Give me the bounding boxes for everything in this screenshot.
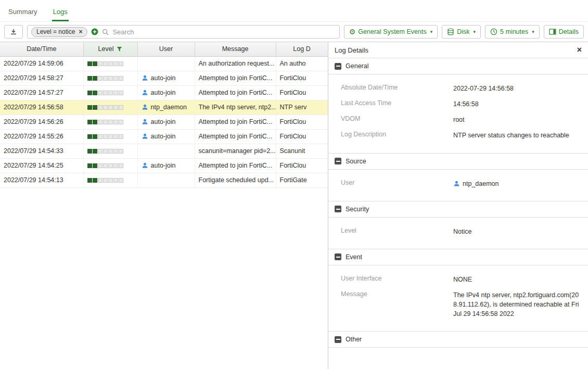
toolbar: Level = notice × ⚙ General System Events… [0, 22, 588, 42]
cell-datetime: 2022/07/29 14:58:27 [0, 71, 83, 85]
section-header[interactable]: Security [328, 201, 588, 218]
cell-datetime: 2022/07/29 14:54:25 [0, 158, 83, 173]
cell-level [83, 85, 137, 100]
collapse-icon[interactable] [335, 253, 341, 260]
table-row[interactable]: 2022/07/29 14:56:26 auto-join Attempted … [0, 114, 328, 129]
table-row[interactable]: 2022/07/29 14:54:33 scanunit=manager pid… [0, 144, 328, 158]
detail-field: User Interface NONE [328, 272, 588, 287]
details-section: Event User Interface NONE Message The IP… [328, 249, 588, 332]
table-row[interactable]: 2022/07/29 14:56:58 ntp_daemon The IPv4 … [0, 100, 328, 114]
cell-log-description: FortiClou [276, 85, 328, 100]
details-toggle-button[interactable]: Details [544, 25, 584, 39]
disk-icon [447, 28, 454, 35]
collapse-icon[interactable] [335, 336, 341, 343]
user-icon [142, 74, 148, 81]
table-row[interactable]: 2022/07/29 14:54:13 Fortigate scheduled … [0, 173, 328, 187]
filter-chip[interactable]: Level = notice × [31, 27, 87, 37]
level-indicator [87, 61, 123, 66]
cell-user [137, 144, 195, 158]
cell-user: auto-join [137, 114, 195, 129]
table-row[interactable]: 2022/07/29 14:57:27 auto-join Attempted … [0, 85, 328, 100]
table-row[interactable]: 2022/07/29 14:54:25 auto-join Attempted … [0, 158, 328, 173]
chevron-down-icon: ▾ [430, 29, 433, 34]
user-icon [142, 118, 148, 125]
cell-datetime: 2022/07/29 14:54:33 [0, 144, 83, 158]
cell-user [137, 56, 195, 71]
search-icon [102, 29, 109, 35]
cell-log-description: FortiGate [276, 173, 328, 187]
level-indicator [87, 76, 123, 81]
section-title: Event [346, 253, 362, 261]
search-box[interactable]: Level = notice × [27, 25, 340, 39]
section-fields: User ntp_daemon [328, 170, 588, 201]
events-dropdown-label: General System Events [358, 28, 426, 35]
field-value: Notice [453, 227, 580, 236]
section-header[interactable]: Event [328, 249, 588, 265]
close-icon[interactable]: × [577, 46, 582, 54]
tab-logs[interactable]: Logs [52, 2, 69, 21]
chevron-down-icon: ▾ [532, 29, 534, 34]
cell-message: An authorization request... [195, 56, 276, 71]
tab-bar: Summary Logs [0, 0, 588, 22]
level-column-label: Level [98, 45, 114, 53]
user-name: auto-join [151, 89, 176, 96]
table-row[interactable]: 2022/07/29 14:55:26 auto-join Attempted … [0, 129, 328, 144]
gear-icon: ⚙ [349, 28, 356, 35]
time-range-label: 5 minutes [500, 28, 528, 35]
field-value: 14:56:58 [453, 99, 580, 109]
cell-level [83, 144, 137, 158]
field-label: User Interface [341, 275, 453, 284]
time-range-dropdown[interactable]: 5 minutes ▾ [485, 25, 540, 39]
disk-dropdown[interactable]: Disk ▾ [442, 25, 481, 39]
cell-log-description: Scanunit [276, 144, 328, 158]
field-label: Log Description [341, 131, 453, 140]
filter-chip-remove-icon[interactable]: × [79, 29, 82, 35]
cell-level [83, 173, 137, 187]
section-header[interactable]: Source [328, 153, 588, 170]
section-header[interactable]: General [328, 58, 588, 74]
level-indicator [87, 149, 123, 154]
search-input[interactable] [112, 28, 335, 36]
cell-log-description: NTP serv [276, 100, 328, 114]
events-dropdown[interactable]: ⚙ General System Events ▾ [344, 25, 438, 39]
column-header-user[interactable]: User [137, 42, 195, 56]
cell-level [83, 56, 137, 71]
tab-summary[interactable]: Summary [7, 2, 39, 21]
user-name: auto-join [151, 162, 176, 169]
log-table-body: 2022/07/29 14:59:06 An authorization req… [0, 56, 328, 187]
section-title: General [346, 62, 368, 70]
column-header-logdesc[interactable]: Log D [276, 42, 328, 56]
cell-log-description: An autho [276, 56, 328, 71]
detail-field: VDOM root [328, 112, 588, 128]
column-header-datetime[interactable]: Date/Time [0, 42, 83, 56]
section-fields: Level Notice [328, 218, 588, 249]
table-row[interactable]: 2022/07/29 14:59:06 An authorization req… [0, 56, 328, 71]
user-icon [142, 89, 148, 96]
section-header[interactable]: Other [328, 331, 588, 348]
level-indicator [87, 178, 123, 183]
cell-message: Attempted to join FortiC... [195, 85, 276, 100]
user-icon [142, 104, 148, 110]
detail-field: Absolute Date/Time 2022-07-29 14:56:58 [328, 81, 588, 96]
collapse-icon[interactable] [335, 158, 341, 164]
cell-datetime: 2022/07/29 14:56:26 [0, 114, 83, 129]
user-icon [453, 180, 460, 187]
detail-field: Last Access Time 14:56:58 [328, 96, 588, 112]
level-indicator [87, 105, 123, 110]
section-title: Other [346, 336, 362, 343]
column-header-message[interactable]: Message [195, 42, 276, 56]
add-filter-icon[interactable] [91, 28, 98, 35]
download-button[interactable] [4, 25, 23, 39]
collapse-icon[interactable] [335, 206, 341, 212]
table-row[interactable]: 2022/07/29 14:58:27 auto-join Attempted … [0, 71, 328, 85]
detail-field: User ntp_daemon [328, 176, 588, 192]
chevron-down-icon: ▾ [474, 29, 476, 34]
field-value: 2022-07-29 14:56:58 [453, 84, 580, 93]
collapse-icon[interactable] [335, 63, 341, 70]
details-section: Source User ntp_daemon [328, 153, 588, 201]
cell-user: auto-join [137, 158, 195, 173]
column-header-level[interactable]: Level [83, 42, 137, 56]
table-header-row: Date/Time Level User Message Log D [0, 42, 328, 56]
field-value: The IPv4 ntp server, ntp2.fortiguard.com… [453, 290, 580, 319]
cell-level [83, 71, 137, 85]
